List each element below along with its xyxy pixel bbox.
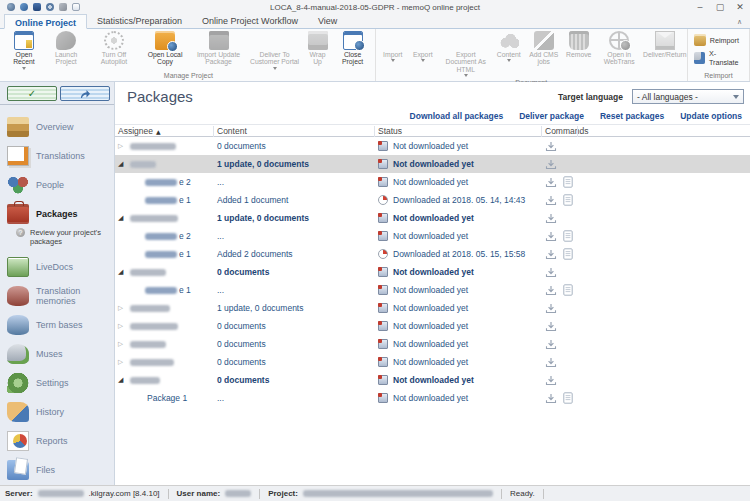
download-package-icon[interactable]	[545, 303, 557, 314]
column-header-content[interactable]: Content	[217, 126, 247, 137]
assignee-row[interactable]: ▷0 documentsNot downloaded yet	[115, 353, 750, 371]
expand-row-icon[interactable]: ▷	[118, 353, 125, 371]
sidebar-item-people[interactable]: People	[0, 170, 114, 199]
download-package-icon[interactable]	[545, 393, 557, 404]
minimize-button[interactable]: –	[690, 0, 710, 14]
assignee-row[interactable]: ◢1 update, 0 documentsNot downloaded yet	[115, 155, 750, 173]
package-documents-icon[interactable]	[563, 284, 573, 296]
package-row[interactable]: e 2...Not downloaded yet	[115, 173, 750, 191]
column-header-assignee[interactable]: Assignee▲	[118, 126, 161, 137]
export-button[interactable]: Export	[408, 30, 438, 63]
sidebar-item-packages[interactable]: Packages	[0, 199, 114, 228]
wrap-up-button[interactable]: Wrap Up	[303, 30, 333, 67]
tab-online-project[interactable]: Online Project	[4, 14, 87, 29]
expand-row-icon[interactable]: ▷	[118, 317, 125, 335]
import-button[interactable]: Import	[378, 30, 408, 63]
expand-row-icon[interactable]: ▷	[118, 299, 125, 317]
deliver-package-link[interactable]: Deliver package	[519, 111, 584, 121]
launch-project-button[interactable]: Launch Project	[44, 30, 89, 67]
sidebar-item-muses[interactable]: Muses	[0, 339, 114, 368]
assignee-row[interactable]: ▷1 update, 0 documentsNot downloaded yet	[115, 299, 750, 317]
tab-online-project-workflow[interactable]: Online Project Workflow	[192, 13, 308, 28]
x-translate-button[interactable]: X-Translate	[694, 49, 743, 67]
assignee-row[interactable]: ▷0 documentsNot downloaded yet	[115, 335, 750, 353]
package-documents-icon[interactable]	[563, 230, 573, 242]
deliver-button[interactable]	[60, 86, 110, 101]
download-package-icon[interactable]	[545, 213, 557, 224]
update-options-link[interactable]: Update options	[680, 111, 742, 121]
download-package-icon[interactable]	[545, 339, 557, 350]
package-documents-icon[interactable]	[563, 194, 573, 206]
collapse-row-icon[interactable]: ◢	[118, 155, 125, 173]
export-document-as-html-button[interactable]: Export Document As HTML	[438, 30, 494, 78]
content-button[interactable]: Content	[494, 30, 524, 63]
reset-packages-link[interactable]: Reset packages	[600, 111, 664, 121]
package-row[interactable]: Package 1...Not downloaded yet	[115, 389, 750, 407]
sidebar-item-term-bases[interactable]: Term bases	[0, 310, 114, 339]
expand-row-icon[interactable]: ▷	[118, 137, 125, 155]
download-package-icon[interactable]	[545, 249, 557, 260]
download-all-packages-link[interactable]: Download all packages	[410, 111, 504, 121]
assignee-row[interactable]: ▷0 documentsNot downloaded yet	[115, 137, 750, 155]
target-language-select[interactable]: - All languages -	[632, 89, 744, 104]
open-recent-button[interactable]: Open Recent	[4, 30, 44, 71]
download-package-icon[interactable]	[545, 267, 557, 278]
add-cms-jobs-icon	[534, 31, 554, 50]
download-package-icon[interactable]	[545, 285, 557, 296]
column-header-commands[interactable]: Commands	[545, 126, 588, 137]
add-cms-jobs-button[interactable]: Add CMS jobs	[524, 30, 564, 67]
package-status-icon	[378, 393, 388, 403]
sidebar-item-overview[interactable]: Overview	[0, 112, 114, 141]
reimport-button[interactable]: Reimport	[694, 34, 739, 46]
download-package-icon[interactable]	[545, 195, 557, 206]
tab-view[interactable]: View	[308, 13, 347, 28]
sidebar-item-livedocs[interactable]: LiveDocs	[0, 252, 114, 281]
collapse-row-icon[interactable]: ◢	[118, 209, 125, 227]
download-package-icon[interactable]	[545, 321, 557, 332]
column-header-status[interactable]: Status	[378, 126, 402, 137]
assignee-cell: ▷	[118, 317, 214, 335]
package-documents-icon[interactable]	[563, 176, 573, 188]
confirm-button[interactable]: ✓	[7, 86, 57, 101]
assignee-row[interactable]: ◢1 update, 0 documentsNot downloaded yet	[115, 209, 750, 227]
deliver-to-customer-portal-button[interactable]: Deliver To Customer Portal	[247, 30, 303, 71]
assignee-row[interactable]: ◢0 documentsNot downloaded yet	[115, 371, 750, 389]
package-row[interactable]: e 1...Not downloaded yet	[115, 281, 750, 299]
reimport-label: Reimport	[710, 36, 739, 45]
package-row[interactable]: e 1Added 1 documentDownloaded at 2018. 0…	[115, 191, 750, 209]
close-button[interactable]: ✕	[730, 0, 750, 14]
collapse-row-icon[interactable]: ◢	[118, 371, 125, 389]
maximize-button[interactable]: ▢	[710, 0, 730, 14]
sidebar-item-reports[interactable]: Reports	[0, 426, 114, 455]
import-update-package-button[interactable]: Import Update Package	[191, 30, 247, 67]
close-project-button[interactable]: Close Project	[333, 30, 373, 67]
download-package-icon[interactable]	[545, 159, 557, 170]
package-documents-icon[interactable]	[563, 392, 573, 404]
turn-off-autopilot-button[interactable]: Turn Off Autopilot	[88, 30, 139, 67]
remove-button[interactable]: Remove	[564, 30, 594, 59]
deliver-return-button[interactable]: Deliver/Return	[645, 30, 685, 59]
collapse-row-icon[interactable]: ◢	[118, 263, 125, 281]
commands-cell	[545, 263, 557, 281]
sidebar-item-translation-memories[interactable]: Translation memories	[0, 281, 114, 310]
assignee-row[interactable]: ▷0 documentsNot downloaded yet	[115, 317, 750, 335]
sidebar-item-history[interactable]: History	[0, 397, 114, 426]
package-row[interactable]: e 2...Not downloaded yet	[115, 227, 750, 245]
collapse-ribbon-icon[interactable]: ∧	[737, 18, 742, 26]
sidebar-item-translations[interactable]: Translations	[0, 141, 114, 170]
download-package-icon[interactable]	[545, 231, 557, 242]
tab-statistics-preparation[interactable]: Statistics/Preparation	[87, 13, 192, 28]
deliver-to-customer-portal-icon	[265, 31, 285, 50]
download-package-icon[interactable]	[545, 357, 557, 368]
sidebar-item-files[interactable]: Files	[0, 455, 114, 484]
download-package-icon[interactable]	[545, 177, 557, 188]
open-local-copy-button[interactable]: Open Local Copy	[140, 30, 191, 67]
package-documents-icon[interactable]	[563, 248, 573, 260]
download-package-icon[interactable]	[545, 141, 557, 152]
open-in-webtrans-button[interactable]: Open in WebTrans	[594, 30, 645, 67]
assignee-row[interactable]: ◢0 documentsNot downloaded yet	[115, 263, 750, 281]
download-package-icon[interactable]	[545, 375, 557, 386]
sidebar-item-settings[interactable]: Settings	[0, 368, 114, 397]
expand-row-icon[interactable]: ▷	[118, 335, 125, 353]
package-row[interactable]: e 1Added 2 documentsDownloaded at 2018. …	[115, 245, 750, 263]
